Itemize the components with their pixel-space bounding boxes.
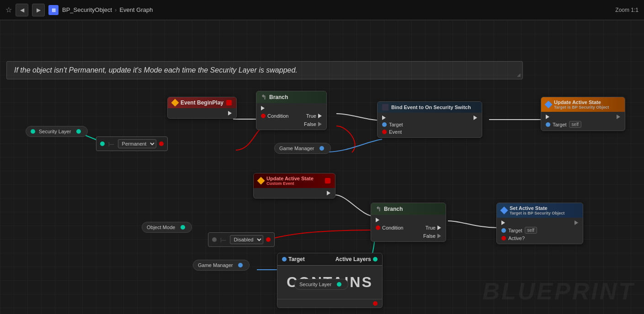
set-target-label: Target [508, 228, 522, 233]
update-active-state-custom-node[interactable]: Update Active State Custom Event [253, 173, 335, 199]
branch1-node[interactable]: ↰ Branch Condition True False [256, 91, 327, 130]
exec-output-pin [172, 111, 232, 115]
breadcrumb-separator: › [115, 6, 117, 13]
branch1-false-pin: False [261, 121, 322, 127]
security-layer-label: Security Layer [39, 129, 71, 134]
branch2-title: Branch [384, 206, 403, 212]
security-layer-var2-node[interactable]: Security Layer [294, 279, 348, 290]
custom-exec-out [258, 191, 330, 195]
contains-target-label: Target [288, 256, 305, 262]
set-active-label: Active? [508, 236, 525, 241]
object-mode-var-node[interactable]: Object Mode [142, 222, 192, 233]
bind-icon [382, 104, 389, 110]
branch1-false-label: False [304, 121, 316, 127]
security-layer-right-pin [76, 129, 81, 134]
bind-event-body: Target Event [378, 113, 482, 137]
object-mode-pin [181, 225, 185, 230]
forward-button[interactable]: ▶ [32, 4, 45, 16]
true-arrow-icon [318, 114, 322, 118]
security-layer-output-pin [31, 129, 35, 134]
disabled-output-pin [266, 237, 271, 242]
permanent-dropdown[interactable]: Permanent [118, 139, 156, 148]
bind-target-label: Target [389, 122, 403, 127]
game-manager2-label: Game Manager [198, 262, 233, 268]
branch2-false-pin: False [376, 233, 441, 239]
update-custom-title: Update Active State [266, 176, 314, 181]
security-layer2-label: Security Layer [299, 282, 331, 287]
custom-event-icon [257, 177, 265, 185]
branch1-condition-label: Condition [267, 113, 288, 119]
set-target-pin-icon [501, 228, 506, 233]
breadcrumb-part2[interactable]: Event Graph [119, 6, 153, 13]
custom-stop-icon [325, 178, 330, 183]
disabled-dropdown[interactable]: Disabled [230, 235, 263, 244]
update-active-state-top-node[interactable]: Update Active State Target is BP Securit… [541, 97, 625, 131]
bind-event-title: Bind Event to On Security Switch [391, 105, 471, 110]
back-button[interactable]: ◀ [16, 4, 28, 16]
bind-event-pin: Event [382, 129, 477, 135]
branch2-exec-in [376, 218, 441, 222]
set-exec-in-icon [501, 220, 505, 225]
breadcrumb: BP_SecurityObject › Event Graph [62, 6, 153, 13]
update-active-custom-header: Update Active State Custom Event [254, 173, 335, 188]
set-active-state-body: Target self Active? [497, 218, 583, 244]
star-button[interactable]: ☆ [5, 5, 12, 14]
set-active-state-header: Set Active State Target is BP Security O… [497, 203, 583, 218]
game-manager2-node[interactable]: Game Manager [193, 260, 250, 271]
update-top-exec-out-icon [617, 115, 620, 119]
branch1-exec-in [261, 106, 322, 110]
permanent-output-pin [159, 141, 164, 146]
permanent-node[interactable]: |— Permanent [96, 136, 168, 151]
false-arrow-icon [318, 122, 322, 126]
update-active-state-top-header: Update Active State Target is BP Securit… [541, 97, 625, 112]
branch2-true-label: True [426, 225, 436, 230]
topbar: ☆ ◀ ▶ ▦ BP_SecurityObject › Event Graph … [0, 0, 644, 20]
branch1-condition-pin: Condition [261, 113, 288, 119]
bind-event-node[interactable]: Bind Event to On Security Switch Target … [377, 101, 482, 138]
contains-active-layers-label: Active Layers [335, 256, 371, 262]
game-manager2-pin [238, 263, 243, 267]
update-active-state-top-body: Target self [541, 112, 625, 131]
branch2-condition-label: Condition [382, 225, 403, 230]
blueprint-watermark: BLUEPRINT [482, 277, 635, 305]
branch1-true-pin: True [306, 113, 322, 119]
exec-arrow-icon [228, 111, 232, 115]
bind-event-header: Bind Event to On Security Switch [378, 102, 482, 113]
update-top-exec-in [546, 115, 549, 119]
set-active-title: Set Active State [510, 205, 564, 211]
set-exec-out-icon [575, 220, 578, 225]
bind-exec-in-icon [382, 115, 386, 120]
contains-active-layers-out-icon [373, 257, 378, 262]
exec-in-icon [261, 106, 265, 110]
update-active-custom-body [254, 188, 335, 198]
update-top-self-badge: self [569, 121, 582, 128]
resize-handle[interactable]: ◢ [517, 72, 521, 77]
bind-target-pin-icon [382, 122, 387, 127]
branch2-true-pin: True [426, 225, 441, 230]
branch1-header: ↰ Branch [256, 91, 326, 103]
security-layer-var-node[interactable]: Security Layer [26, 126, 88, 137]
set-active-pin: Active? [501, 236, 578, 241]
update-top-title: Update Active State [554, 99, 609, 105]
branch2-true-arrow [437, 225, 441, 230]
branch2-node[interactable]: ↰ Branch Condition True False [371, 203, 446, 242]
contains-target-pin: Target [282, 256, 305, 262]
bind-exec-out [474, 115, 477, 120]
game-manager1-pin [319, 146, 324, 151]
game-manager1-node[interactable]: Game Manager [274, 143, 331, 154]
set-target-pin: Target self [501, 227, 578, 234]
breadcrumb-part1[interactable]: BP_SecurityObject [62, 6, 112, 13]
blueprint-canvas[interactable]: If the object isn't Permanent, update it… [0, 20, 644, 314]
stop-icon [226, 100, 232, 105]
disabled-node[interactable]: |— Disabled [208, 232, 275, 247]
branch2-body: Condition True False [371, 215, 446, 241]
branch2-header: ↰ Branch [371, 203, 446, 215]
contains-active-layers-pin: Active Layers [335, 256, 378, 262]
update-icon [545, 101, 553, 109]
contains-target-pin-icon [282, 257, 287, 262]
permanent-input-pin [100, 141, 105, 146]
event-beginplay-node[interactable]: Event BeginPlay [167, 97, 237, 119]
bind-target-pin: Target [382, 122, 477, 127]
set-active-state-node[interactable]: Set Active State Target is BP Security O… [496, 203, 583, 244]
update-top-exec-in-icon [546, 115, 549, 119]
